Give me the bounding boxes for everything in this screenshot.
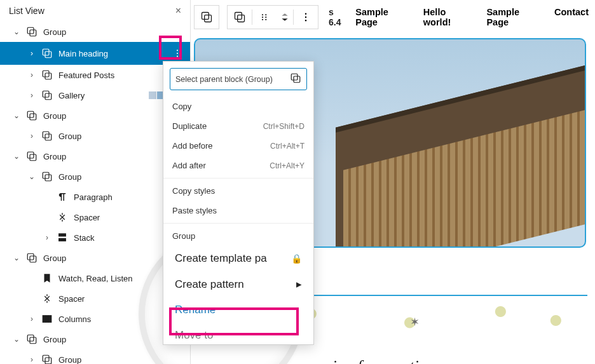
tree-label: Gallery: [58, 91, 144, 100]
block-tree: ⌄ Group › Main heading › Featured Posts: [0, 22, 190, 364]
menu-label: Create pattern: [175, 278, 244, 291]
menu-duplicate[interactable]: Duplicate Ctrl+Shift+D: [163, 116, 313, 136]
tree-row-group-top[interactable]: ⌄ Group: [0, 22, 190, 42]
chevron-down-icon: ⌄: [13, 112, 20, 119]
tree-row-group[interactable]: ⌄ Group: [0, 166, 190, 187]
svg-rect-2: [43, 49, 49, 55]
tree-row-spacer[interactable]: Spacer: [0, 288, 190, 309]
svg-point-6: [177, 56, 178, 57]
svg-rect-26: [27, 335, 34, 341]
svg-rect-3: [45, 51, 51, 58]
tree-label: Main heading: [58, 49, 165, 58]
tree-row-stack[interactable]: › Stack: [0, 227, 190, 248]
options-button[interactable]: [294, 6, 318, 29]
spacer-icon: [56, 211, 69, 224]
svg-rect-20: [59, 239, 66, 241]
svg-rect-44: [294, 76, 300, 83]
tree-row-group[interactable]: ⌄ Group: [0, 248, 190, 268]
svg-rect-43: [291, 74, 298, 80]
menu-create-pattern[interactable]: Create pattern ▸: [163, 271, 313, 297]
lock-icon: 🔒: [291, 253, 302, 264]
chevron-down-icon: ⌄: [13, 254, 20, 262]
shortcut: Ctrl+Alt+T: [270, 142, 304, 151]
chevron-right-icon: ▸: [296, 278, 302, 291]
tree-row-spacer[interactable]: Spacer: [0, 207, 190, 227]
site-nav: Sample Page Hello world! Sample Page Con…: [355, 7, 589, 27]
group-icon: [290, 72, 301, 86]
svg-rect-33: [238, 15, 245, 22]
svg-point-34: [262, 14, 263, 15]
tree-row-watch[interactable]: Watch, Read, Listen: [0, 268, 190, 288]
close-icon[interactable]: ×: [175, 5, 181, 17]
chevron-right-icon: ›: [28, 50, 36, 57]
group-icon: [25, 252, 38, 264]
tree-row-group[interactable]: › Group: [0, 126, 190, 146]
menu-add-before[interactable]: Add before Ctrl+Alt+T: [163, 136, 313, 156]
svg-rect-29: [45, 358, 51, 364]
bookmark-icon: [41, 272, 53, 285]
tagline-text: assion for creating spaces: [311, 357, 483, 364]
row-options-button[interactable]: [170, 46, 185, 61]
nav-link[interactable]: Contact: [554, 7, 589, 27]
menu-group[interactable]: Group: [163, 226, 313, 246]
svg-point-37: [265, 14, 266, 15]
svg-point-41: [305, 17, 306, 18]
chevron-right-icon: ›: [43, 234, 51, 241]
chevron-right-icon: ›: [28, 71, 36, 79]
svg-point-36: [262, 19, 263, 20]
tree-row-featured-posts[interactable]: › Featured Posts: [0, 65, 190, 85]
svg-point-35: [262, 17, 263, 18]
star-icon: ✶: [410, 315, 420, 329]
menu-paste-styles[interactable]: Paste styles: [163, 201, 313, 220]
group-icon: [41, 170, 53, 183]
menu-label: Select parent block (Group): [175, 75, 273, 84]
svg-point-40: [305, 13, 306, 15]
tree-label: Group: [43, 27, 185, 37]
tree-row-group[interactable]: ⌄ Group: [0, 329, 190, 349]
svg-rect-28: [43, 355, 49, 361]
nav-link[interactable]: Hello world!: [423, 7, 474, 27]
block-toolbar: s 6.4 Sample Page Hello world! Sample Pa…: [194, 4, 589, 30]
nav-link[interactable]: Sample Page: [486, 7, 542, 27]
block-options-menu: Select parent block (Group) Copy Duplica…: [163, 61, 314, 345]
version-label: s 6.4: [329, 7, 348, 27]
svg-point-39: [265, 19, 266, 20]
menu-copy-styles[interactable]: Copy styles: [163, 181, 313, 201]
tree-row-columns[interactable]: › Columns: [0, 309, 190, 329]
svg-rect-17: [43, 172, 49, 179]
toolbar-group: [194, 5, 219, 29]
spacer-icon: [41, 292, 53, 305]
svg-rect-7: [43, 71, 49, 77]
svg-rect-8: [45, 73, 51, 79]
chevron-down-icon: ⌄: [13, 152, 20, 160]
select-block-button[interactable]: [195, 6, 219, 29]
tree-row-group[interactable]: ⌄ Group: [0, 146, 190, 166]
tree-row-main-heading[interactable]: › Main heading: [0, 42, 190, 65]
group-button[interactable]: [228, 6, 252, 29]
menu-label: Rename: [175, 304, 215, 316]
nav-link[interactable]: Sample Page: [355, 7, 411, 27]
svg-rect-27: [30, 337, 36, 344]
select-parent-button[interactable]: Select parent block (Group): [170, 68, 307, 90]
tree-row-group[interactable]: › Group: [0, 349, 190, 364]
menu-label: Add after: [172, 161, 206, 170]
move-up-down[interactable]: [277, 6, 293, 29]
tree-row-group[interactable]: ⌄ Group: [0, 105, 190, 126]
menu-label: Group: [172, 231, 195, 241]
menu-move-to[interactable]: Move to: [163, 323, 313, 344]
svg-point-4: [177, 50, 178, 51]
svg-rect-18: [45, 175, 51, 181]
list-view-title: List View: [9, 6, 44, 16]
tree-row-paragraph[interactable]: Paragraph: [0, 187, 190, 207]
menu-rename[interactable]: Rename: [163, 297, 313, 323]
menu-separator: [163, 223, 313, 224]
drag-handle[interactable]: [252, 6, 277, 29]
menu-copy[interactable]: Copy: [163, 97, 313, 116]
svg-rect-16: [30, 154, 36, 161]
tree-row-gallery[interactable]: › Gallery: [0, 85, 190, 105]
menu-create-template-part[interactable]: Create template pa 🔒: [163, 246, 313, 271]
group-icon: [41, 130, 53, 142]
svg-rect-0: [27, 27, 34, 34]
svg-rect-22: [30, 256, 36, 262]
menu-add-after[interactable]: Add after Ctrl+Alt+Y: [163, 156, 313, 175]
